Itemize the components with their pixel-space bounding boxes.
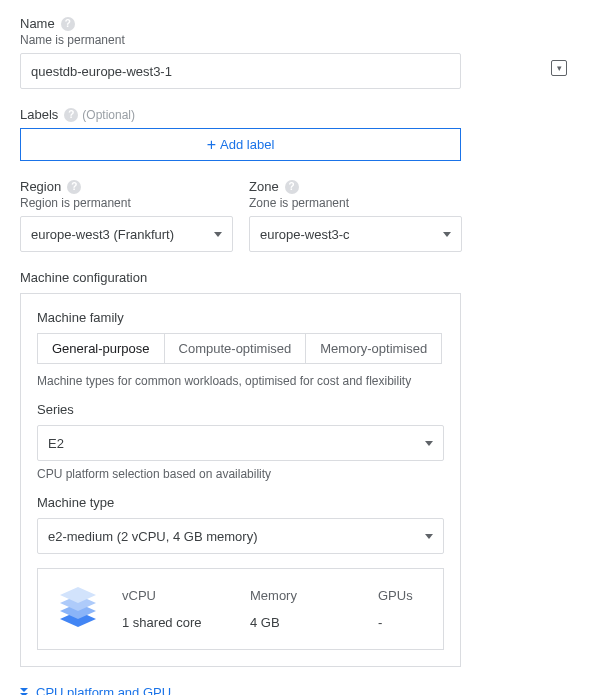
- name-hint: Name is permanent: [20, 33, 575, 47]
- machine-family-tabs: General-purpose Compute-optimised Memory…: [37, 333, 444, 364]
- chevron-down-icon: [214, 232, 222, 237]
- region-label: Region: [20, 179, 61, 194]
- chevron-down-icon: [425, 534, 433, 539]
- region-field: Region ? Region is permanent europe-west…: [20, 179, 233, 252]
- zone-hint: Zone is permanent: [249, 196, 462, 210]
- tab-compute-optimised[interactable]: Compute-optimised: [165, 333, 307, 364]
- labels-label: Labels: [20, 107, 58, 122]
- machine-family-label: Machine family: [37, 310, 444, 325]
- chevron-down-icon: [443, 232, 451, 237]
- gpus-head: GPUs: [378, 588, 458, 603]
- memory-head: Memory: [250, 588, 330, 603]
- gpus-value: -: [378, 615, 458, 630]
- help-icon[interactable]: ?: [67, 180, 81, 194]
- name-label: Name: [20, 16, 55, 31]
- vcpu-value: 1 shared core: [122, 615, 202, 630]
- memory-value: 4 GB: [250, 615, 330, 630]
- region-zone-row: Region ? Region is permanent europe-west…: [20, 179, 575, 252]
- chevron-down-icon: [425, 441, 433, 446]
- series-select[interactable]: E2: [37, 425, 444, 461]
- machine-type-select[interactable]: e2-medium (2 vCPU, 4 GB memory): [37, 518, 444, 554]
- machine-family-desc: Machine types for common workloads, opti…: [37, 374, 444, 388]
- zone-select[interactable]: europe-west3-c: [249, 216, 462, 252]
- tab-memory-optimised[interactable]: Memory-optimised: [306, 333, 442, 364]
- name-input[interactable]: [20, 53, 461, 89]
- cpu-platform-gpu-expand[interactable]: CPU platform and GPU: [20, 685, 575, 695]
- labels-field: Labels ? (Optional) + Add label: [20, 107, 575, 161]
- machine-configuration-section: Machine configuration Machine family Gen…: [20, 270, 575, 667]
- name-field: Name ? Name is permanent ▾: [20, 16, 575, 89]
- series-label: Series: [37, 402, 444, 417]
- zone-label: Zone: [249, 179, 279, 194]
- region-select[interactable]: europe-west3 (Frankfurt): [20, 216, 233, 252]
- machine-type-label: Machine type: [37, 495, 444, 510]
- vcpu-head: vCPU: [122, 588, 202, 603]
- tab-general-purpose[interactable]: General-purpose: [37, 333, 165, 364]
- layers-icon: [54, 585, 102, 633]
- optional-marker: (Optional): [82, 108, 135, 122]
- machine-config-box: Machine family General-purpose Compute-o…: [20, 293, 461, 667]
- double-chevron-down-icon: [20, 688, 28, 695]
- region-hint: Region is permanent: [20, 196, 233, 210]
- plus-icon: +: [207, 137, 216, 153]
- zone-field: Zone ? Zone is permanent europe-west3-c: [249, 179, 462, 252]
- help-icon[interactable]: ?: [285, 180, 299, 194]
- add-label-button[interactable]: + Add label: [20, 128, 461, 161]
- series-helper: CPU platform selection based on availabi…: [37, 467, 444, 481]
- machine-spec-box: vCPU 1 shared core Memory 4 GB GPUs -: [37, 568, 444, 650]
- help-icon[interactable]: ?: [61, 17, 75, 31]
- save-icon[interactable]: ▾: [551, 60, 567, 76]
- machine-config-title: Machine configuration: [20, 270, 575, 285]
- help-icon[interactable]: ?: [64, 108, 78, 122]
